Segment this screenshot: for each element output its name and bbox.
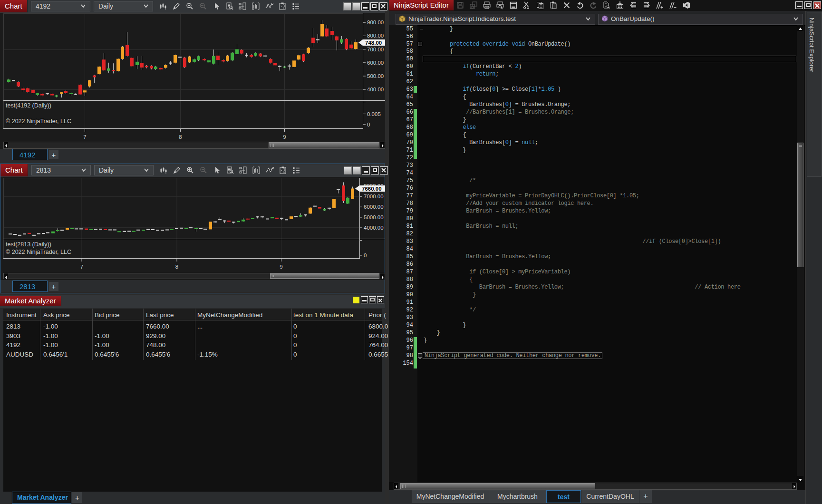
svg-text:7: 7 [83,134,86,140]
svg-text:5000.00: 5000.00 [364,214,384,220]
svg-text:6000.00: 6000.00 [364,204,384,210]
svg-text:900.00: 900.00 [367,19,384,25]
svg-text:800.00: 800.00 [367,33,384,39]
svg-text:500.00: 500.00 [367,73,384,79]
svg-text:9: 9 [280,264,282,270]
svg-text:400.00: 400.00 [367,87,384,92]
svg-text:0: 0 [364,252,367,258]
svg-text:748.00: 748.00 [365,40,382,46]
svg-text:test(4192 (Daily)): test(4192 (Daily)) [6,102,51,109]
svg-text:7: 7 [80,264,83,270]
svg-text:test(2813 (Daily)): test(2813 (Daily)) [6,241,51,248]
svg-text:© 2022 NinjaTrader, LLC: © 2022 NinjaTrader, LLC [6,118,71,125]
svg-text:9: 9 [283,134,286,140]
svg-text:8: 8 [179,134,182,140]
svg-text:700.00: 700.00 [367,47,384,52]
svg-text:© 2022 NinjaTrader, LLC: © 2022 NinjaTrader, LLC [6,249,71,255]
svg-text:NinjaScript Explorer: NinjaScript Explorer [808,18,815,73]
svg-text:4000.00: 4000.00 [364,225,384,231]
svg-text:7660.00: 7660.00 [362,186,382,192]
svg-text:600.00: 600.00 [367,60,384,66]
svg-text:0: 0 [367,122,370,127]
svg-text:0.005: 0.005 [367,111,381,117]
svg-text:8: 8 [175,264,178,270]
svg-text:7000.00: 7000.00 [364,194,384,199]
